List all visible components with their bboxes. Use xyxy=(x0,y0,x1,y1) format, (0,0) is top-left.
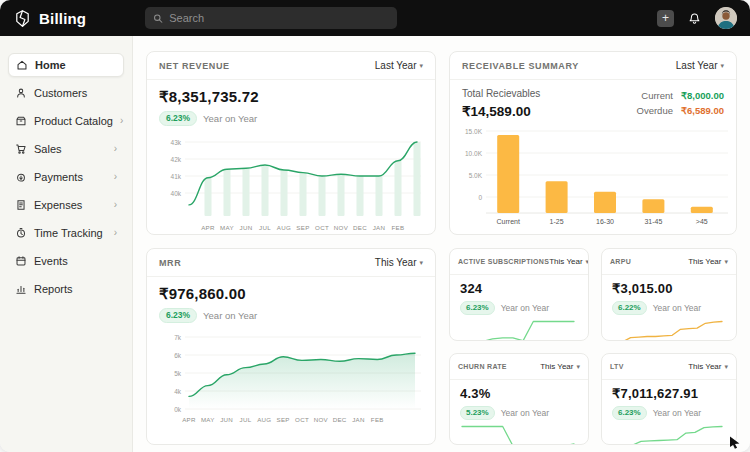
delta-caption: Year on Year xyxy=(501,408,549,418)
chevron-down-icon: ▾ xyxy=(724,258,728,266)
payments-icon xyxy=(15,171,27,183)
svg-text:7k: 7k xyxy=(174,334,182,341)
arpu-card: ARPU This Year ▾ ₹3,015.00 6.22% Year on… xyxy=(601,248,737,341)
range-value: This Year xyxy=(688,362,721,371)
svg-text:AUG: AUG xyxy=(277,224,291,231)
product-catalog-icon xyxy=(15,115,27,127)
delta-caption: Year on Year xyxy=(653,303,701,313)
expenses-icon xyxy=(15,199,27,211)
churn-rate-sparkline xyxy=(460,424,578,445)
billing-logo-icon xyxy=(13,9,32,28)
net-revenue-range-dropdown[interactable]: Last Year ▾ xyxy=(375,60,423,71)
delta-caption: Year on Year xyxy=(203,310,257,321)
sidebar-item-time-tracking[interactable]: Time Tracking › xyxy=(8,221,124,245)
sidebar-item-expenses[interactable]: Expenses › xyxy=(8,193,124,217)
events-calendar-icon xyxy=(15,255,27,267)
arpu-sparkline xyxy=(612,319,726,341)
range-value: Last Year xyxy=(375,60,417,71)
svg-text:SEP: SEP xyxy=(277,416,290,423)
sidebar-item-events[interactable]: Events xyxy=(8,249,124,273)
chevron-right-icon: › xyxy=(114,228,117,238)
svg-text:31-45: 31-45 xyxy=(644,218,662,225)
svg-text:43k: 43k xyxy=(171,139,182,146)
svg-text:16-30: 16-30 xyxy=(596,218,614,225)
sidebar-item-product-catalog[interactable]: Product Catalog › xyxy=(8,109,124,133)
delta-badge: 5.23% xyxy=(460,406,495,420)
svg-text:4k: 4k xyxy=(174,388,182,395)
active-subscriptions-card: ACTIVE SUBSCRIPTIONS This Year ▾ 324 6.2… xyxy=(449,248,589,341)
sidebar-item-sales[interactable]: Sales › xyxy=(8,137,124,161)
chevron-right-icon: › xyxy=(114,172,117,182)
active-subscriptions-range-dropdown[interactable]: This Year ▾ xyxy=(549,257,589,266)
receivable-summary-card: RECEIVABLE SUMMARY Last Year ▾ Total Rec… xyxy=(449,51,737,235)
svg-text:FEB: FEB xyxy=(392,224,405,231)
delta-badge: 6.23% xyxy=(460,301,495,315)
user-avatar[interactable] xyxy=(715,7,737,29)
card-title: MRR xyxy=(159,258,181,268)
overdue-value: ₹6,589.00 xyxy=(681,105,724,116)
reports-icon xyxy=(15,283,27,295)
search-input[interactable] xyxy=(169,12,389,24)
search-bar[interactable] xyxy=(145,7,397,29)
range-value: Last Year xyxy=(676,60,718,71)
add-new-button[interactable]: + xyxy=(657,10,674,27)
sidebar-item-label: Customers xyxy=(34,87,87,99)
sidebar-item-label: Reports xyxy=(34,283,73,295)
churn-rate-range-dropdown[interactable]: This Year ▾ xyxy=(540,362,580,371)
sidebar-item-home[interactable]: Home xyxy=(8,53,124,77)
svg-text:15.0K: 15.0K xyxy=(465,128,483,135)
svg-text:SEP: SEP xyxy=(296,224,309,231)
delta-caption: Year on Year xyxy=(203,113,257,124)
sidebar-item-customers[interactable]: Customers xyxy=(8,81,124,105)
chevron-down-icon: ▾ xyxy=(586,258,589,266)
range-value: This Year xyxy=(688,257,721,266)
mrr-chart: 7k6k5k4k0kAPRMAYJUNJULAUGSEPOCTNOVDECJAN… xyxy=(159,327,423,433)
chevron-right-icon: › xyxy=(114,200,117,210)
svg-text:APR: APR xyxy=(201,224,215,231)
svg-text:10.0K: 10.0K xyxy=(465,150,483,157)
ltv-range-dropdown[interactable]: This Year ▾ xyxy=(688,362,728,371)
svg-text:41k: 41k xyxy=(171,173,182,180)
chevron-down-icon: ▾ xyxy=(576,363,580,371)
svg-text:Current: Current xyxy=(497,218,520,225)
sidebar-item-payments[interactable]: Payments › xyxy=(8,165,124,189)
svg-text:FEB: FEB xyxy=(371,416,384,423)
net-revenue-value: ₹8,351,735.72 xyxy=(159,88,423,106)
ltv-sparkline xyxy=(612,424,726,445)
brand: Billing xyxy=(13,9,86,28)
net-revenue-chart: 43k42k41k40kAPRMAYJUNJULAUGSEPOCTNOVDECJ… xyxy=(159,130,423,235)
sidebar-item-label: Time Tracking xyxy=(34,227,103,239)
svg-text:DEC: DEC xyxy=(353,224,367,231)
sidebar-item-label: Expenses xyxy=(34,199,82,211)
dashboard: NET REVENUE Last Year ▾ ₹8,351,735.72 6.… xyxy=(133,36,750,452)
mrr-range-dropdown[interactable]: This Year ▾ xyxy=(375,257,423,268)
active-subscriptions-sparkline xyxy=(460,319,578,341)
receivable-range-dropdown[interactable]: Last Year ▾ xyxy=(676,60,724,71)
arpu-range-dropdown[interactable]: This Year ▾ xyxy=(688,257,728,266)
churn-rate-card: CHURN RATE This Year ▾ 4.3% 5.23% Year o… xyxy=(449,353,589,445)
chevron-down-icon: ▾ xyxy=(724,363,728,371)
notifications-bell-icon[interactable] xyxy=(687,11,702,26)
svg-text:DEC: DEC xyxy=(333,416,347,423)
svg-text:MAY: MAY xyxy=(220,224,234,231)
svg-text:APR: APR xyxy=(182,416,196,423)
sidebar-item-label: Home xyxy=(35,59,66,71)
svg-text:JUN: JUN xyxy=(240,224,253,231)
card-title: ARPU xyxy=(610,258,631,265)
current-label: Current xyxy=(637,90,673,101)
svg-text:NOV: NOV xyxy=(334,224,349,231)
net-revenue-card: NET REVENUE Last Year ▾ ₹8,351,735.72 6.… xyxy=(146,51,436,235)
chevron-right-icon: › xyxy=(114,144,117,154)
svg-text:JUL: JUL xyxy=(259,224,271,231)
billing-app-window: Billing + xyxy=(0,0,750,452)
svg-text:OCT: OCT xyxy=(315,224,329,231)
svg-text:>45: >45 xyxy=(696,218,708,225)
card-title: RECEIVABLE SUMMARY xyxy=(462,61,579,71)
delta-badge: 6.23% xyxy=(612,406,647,420)
active-subscriptions-value: 324 xyxy=(460,281,578,296)
svg-text:JUN: JUN xyxy=(220,416,233,423)
chevron-right-icon: › xyxy=(120,116,123,126)
svg-text:1-25: 1-25 xyxy=(550,218,564,225)
sidebar-item-reports[interactable]: Reports xyxy=(8,277,124,301)
svg-text:JUL: JUL xyxy=(240,416,252,423)
